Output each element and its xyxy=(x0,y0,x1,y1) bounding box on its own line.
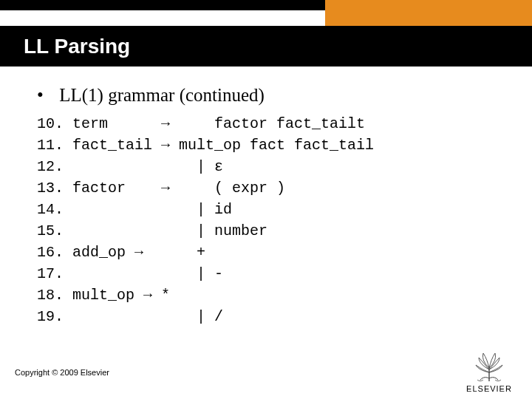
grammar-line: 18. mult_op → * xyxy=(37,287,170,304)
bullet-dot: • xyxy=(37,85,55,106)
grammar-line: 15. | number xyxy=(37,222,267,239)
publisher-logo: ELSEVIER xyxy=(460,347,519,393)
grammar-line: 11. fact_tail → mult_op fact fact_tail xyxy=(37,137,374,154)
grammar-line: 14. | id xyxy=(37,201,232,218)
top-right-orange xyxy=(325,0,532,26)
copyright-text: Copyright © 2009 Elsevier xyxy=(15,368,109,377)
grammar-line: 17. | - xyxy=(37,265,223,282)
publisher-name: ELSEVIER xyxy=(460,384,519,393)
title-band: LL Parsing xyxy=(0,26,532,66)
top-left-black xyxy=(0,0,325,10)
grammar-line: 10. term → factor fact_tailt xyxy=(37,115,365,132)
tree-icon xyxy=(471,347,507,383)
grammar-line: 12. | ε xyxy=(37,158,223,175)
grammar-line: 16. add_op → + xyxy=(37,244,205,261)
slide-title: LL Parsing xyxy=(0,35,130,58)
grammar-line: 19. | / xyxy=(37,308,223,325)
bullet-line: • LL(1) grammar (continued) xyxy=(37,85,495,106)
bullet-text: LL(1) grammar (continued) xyxy=(59,85,265,105)
content-area: • LL(1) grammar (continued) 10. term → f… xyxy=(37,85,495,327)
grammar-line: 13. factor → ( expr ) xyxy=(37,180,285,197)
grammar-block: 10. term → factor fact_tailt 11. fact_ta… xyxy=(37,113,495,327)
